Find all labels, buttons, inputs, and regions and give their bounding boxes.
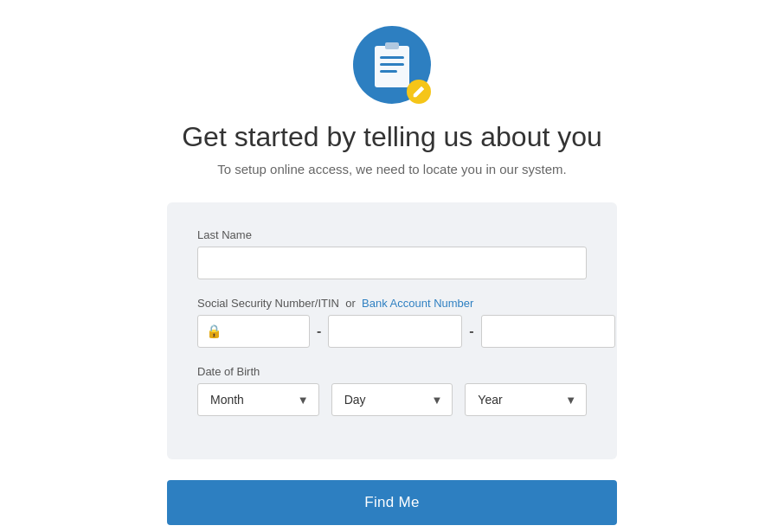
ssn-group: Social Security Number/ITIN or Bank Acco… <box>197 297 587 348</box>
ssn-input-3[interactable] <box>481 315 615 348</box>
ssn-separator-2: - <box>462 324 480 339</box>
day-wrapper: Day1234567891011121314151617181920212223… <box>331 383 453 416</box>
find-me-button[interactable]: Find Me <box>167 480 617 525</box>
page-title: Get started by telling us about you <box>182 121 602 153</box>
month-select[interactable]: MonthJanuaryFebruaryMarchAprilMayJuneJul… <box>197 383 319 416</box>
year-select[interactable]: Year202420232022200019901980197019601950 <box>465 383 587 416</box>
ssn-input-2[interactable] <box>328 315 462 348</box>
svg-rect-3 <box>380 63 404 66</box>
svg-rect-0 <box>375 46 409 87</box>
ssn-input-1[interactable] <box>197 315 310 348</box>
bank-account-link[interactable]: Bank Account Number <box>362 297 473 310</box>
year-wrapper: Year202420232022200019901980197019601950… <box>465 383 587 416</box>
dob-row: MonthJanuaryFebruaryMarchAprilMayJuneJul… <box>197 383 587 416</box>
svg-rect-4 <box>380 70 397 73</box>
svg-rect-1 <box>385 42 399 49</box>
dob-label: Date of Birth <box>197 365 587 378</box>
month-wrapper: MonthJanuaryFebruaryMarchAprilMayJuneJul… <box>197 383 319 416</box>
last-name-group: Last Name <box>197 228 587 279</box>
last-name-label: Last Name <box>197 228 587 241</box>
page-subtitle: To setup online access, we need to locat… <box>217 162 567 176</box>
day-select[interactable]: Day1234567891011121314151617181920212223… <box>331 383 453 416</box>
ssn-label: Social Security Number/ITIN or Bank Acco… <box>197 297 587 310</box>
ssn-field-1-wrapper: 🔒 <box>197 315 310 348</box>
app-icon <box>353 26 431 104</box>
last-name-input[interactable] <box>197 247 587 279</box>
ssn-separator-1: - <box>310 324 328 339</box>
dob-group: Date of Birth MonthJanuaryFebruaryMarchA… <box>197 365 587 416</box>
form-card: Last Name Social Security Number/ITIN or… <box>167 202 617 459</box>
svg-rect-2 <box>380 56 404 59</box>
